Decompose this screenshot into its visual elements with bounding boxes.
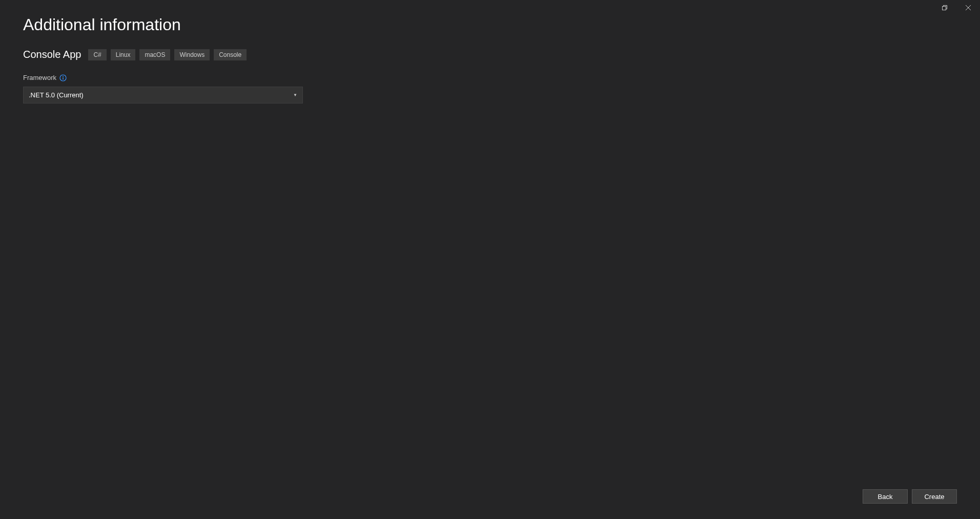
main-content: Additional information Console App C# Li… (0, 0, 980, 119)
tags-container: C# Linux macOS Windows Console (88, 49, 247, 60)
footer-buttons: Back Create (863, 489, 957, 504)
project-type-subtitle: Console App (23, 49, 81, 60)
page-title: Additional information (23, 15, 957, 34)
subtitle-row: Console App C# Linux macOS Windows Conso… (23, 49, 957, 60)
framework-selected-value: .NET 5.0 (Current) (29, 91, 84, 99)
titlebar (933, 0, 980, 15)
create-button[interactable]: Create (912, 489, 957, 504)
svg-point-4 (63, 76, 64, 77)
framework-dropdown[interactable]: .NET 5.0 (Current) ▼ (23, 87, 303, 103)
chevron-down-icon: ▼ (293, 93, 297, 97)
close-button[interactable] (956, 0, 980, 15)
tag-console: Console (214, 49, 247, 60)
svg-rect-5 (63, 77, 63, 80)
svg-rect-0 (943, 7, 946, 10)
close-icon (966, 3, 971, 12)
tag-macos: macOS (139, 49, 170, 60)
info-icon[interactable] (59, 74, 67, 81)
tag-linux: Linux (111, 49, 136, 60)
framework-label: Framework (23, 74, 56, 81)
framework-label-row: Framework (23, 74, 957, 81)
maximize-icon (942, 3, 947, 12)
back-button[interactable]: Back (863, 489, 908, 504)
maximize-button[interactable] (933, 0, 956, 15)
tag-windows: Windows (174, 49, 210, 60)
tag-language: C# (88, 49, 106, 60)
